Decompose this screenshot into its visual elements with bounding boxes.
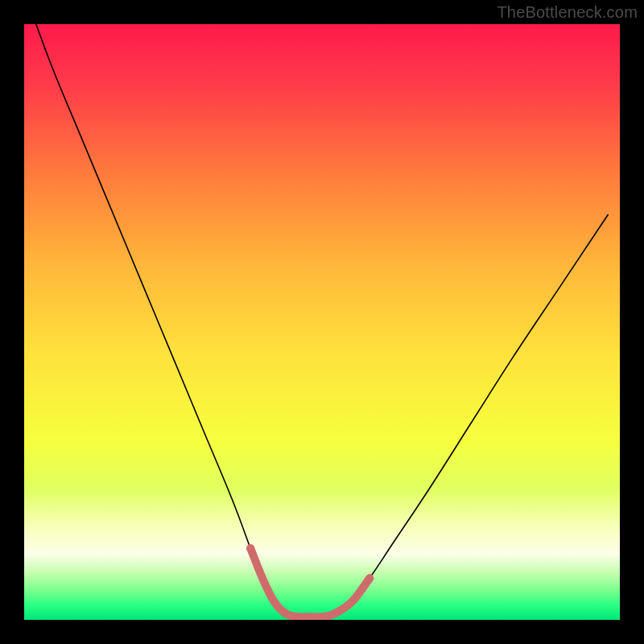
optimal-endpoint (246, 544, 254, 552)
plot-area (24, 24, 620, 620)
chart-frame: TheBottleneck.com (0, 0, 644, 644)
optimal-endpoint (365, 574, 374, 582)
gradient-background (24, 24, 620, 620)
watermark-text: TheBottleneck.com (497, 3, 638, 22)
bottleneck-chart (24, 24, 620, 620)
